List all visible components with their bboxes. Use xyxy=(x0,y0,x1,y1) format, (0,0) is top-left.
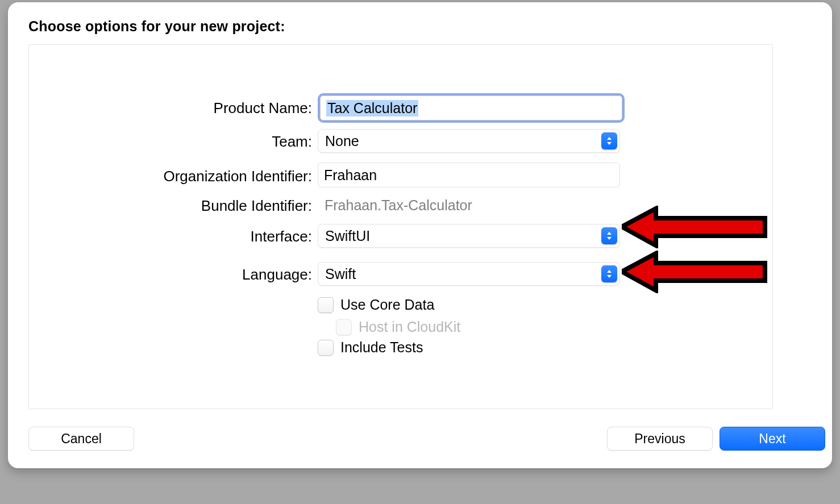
language-value: Swift xyxy=(325,266,356,282)
product-name-field-wrap: Tax Calculator xyxy=(318,93,625,123)
host-cloudkit-label: Host in CloudKit xyxy=(359,319,460,335)
product-name-value: Tax Calculator xyxy=(326,100,418,116)
next-button[interactable]: Next xyxy=(720,427,825,451)
team-select[interactable]: None xyxy=(318,129,620,153)
bundle-identifier-value: Frahaan.Tax-Calculator xyxy=(318,197,472,213)
updown-icon xyxy=(601,227,617,244)
host-cloudkit-checkbox: Host in CloudKit xyxy=(336,319,460,335)
org-identifier-field[interactable]: Frahaan xyxy=(318,163,620,188)
org-identifier-label: Organization Identifier: xyxy=(163,168,312,185)
language-label: Language: xyxy=(242,266,312,284)
bundle-identifier-label: Bundle Identifier: xyxy=(201,197,312,215)
interface-value: SwiftUI xyxy=(325,228,370,244)
updown-icon xyxy=(601,132,617,149)
interface-label: Interface: xyxy=(251,228,312,245)
use-core-data-label: Use Core Data xyxy=(340,297,434,313)
team-label: Team: xyxy=(272,133,312,151)
updown-icon xyxy=(601,265,617,282)
language-select[interactable]: Swift xyxy=(318,262,620,286)
previous-button[interactable]: Previous xyxy=(607,427,713,451)
org-identifier-value: Frahaan xyxy=(324,167,377,184)
product-name-label: Product Name: xyxy=(214,99,312,117)
checkbox-icon xyxy=(318,297,334,313)
form-panel: Product Name: Tax Calculator Team: None … xyxy=(28,44,773,409)
include-tests-label: Include Tests xyxy=(340,339,423,356)
checkbox-icon xyxy=(336,319,352,335)
interface-select[interactable]: SwiftUI xyxy=(318,224,620,248)
project-options-dialog: Choose options for your new project: Pro… xyxy=(8,2,832,468)
cancel-button[interactable]: Cancel xyxy=(28,427,134,451)
team-value: None xyxy=(325,133,359,149)
include-tests-checkbox[interactable]: Include Tests xyxy=(318,339,423,356)
dialog-heading: Choose options for your new project: xyxy=(28,18,285,35)
checkbox-icon xyxy=(318,340,334,356)
use-core-data-checkbox[interactable]: Use Core Data xyxy=(318,297,434,313)
product-name-field[interactable]: Tax Calculator xyxy=(320,95,622,120)
